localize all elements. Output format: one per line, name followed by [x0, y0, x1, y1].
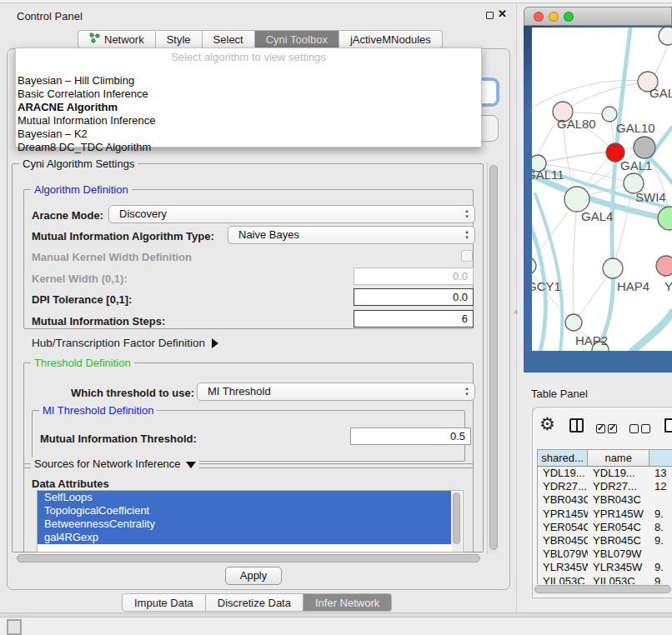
menu-item-bayesian-hill-climbing[interactable]: Bayesian – Hill Climbing: [18, 74, 134, 87]
mi-threshold-definition-legend: MI Threshold Definition: [39, 404, 157, 417]
panel-collapse-handle[interactable]: ˄: [514, 308, 518, 317]
table-row[interactable]: YDR27...YDR27...12: [538, 480, 672, 493]
sources-legend[interactable]: Sources for Network Inference: [31, 458, 199, 470]
aracne-mode-value: Discovery: [119, 208, 167, 220]
table-row[interactable]: YBR043CYBR043C: [538, 493, 672, 507]
zoom-traffic-light-icon[interactable]: [564, 12, 574, 22]
popup-placeholder-text: Select algorithm to view settings: [16, 51, 481, 63]
menu-item-dream8[interactable]: Dream8 DC_TDC Algorithm: [18, 141, 151, 153]
menu-item-mutual-information[interactable]: Mutual Information Inference: [18, 114, 155, 127]
menu-item-aracne[interactable]: ARACNE Algorithm: [18, 101, 118, 113]
node-swi4[interactable]: [658, 207, 672, 230]
cell: 12: [649, 480, 672, 493]
node-label: GCY1: [532, 279, 561, 293]
which-threshold-value: MI Threshold: [208, 385, 271, 398]
manual-kernel-checkbox[interactable]: [461, 250, 473, 262]
network-view-selected-frame: GAL GAL80 GAL10 GAL1 GAL11 GAL4 SWI4 GCY…: [524, 26, 672, 372]
kernel-width-input[interactable]: 0.0: [354, 268, 474, 285]
cell: 9.: [649, 561, 672, 574]
which-threshold-label: Which threshold to use:: [71, 387, 194, 399]
cell: YBR043C: [538, 493, 588, 507]
node[interactable]: [602, 107, 617, 122]
tab-impute-data[interactable]: Impute Data: [122, 593, 206, 612]
expand-right-icon: [212, 338, 218, 348]
network-view-window: GAL GAL80 GAL10 GAL1 GAL11 GAL4 SWI4 GCY…: [524, 7, 672, 372]
node-label: Y: [664, 279, 672, 293]
combo-arrows-icon: ▲▼: [464, 386, 469, 398]
apply-button[interactable]: Apply: [225, 567, 282, 585]
tab-infer-network[interactable]: Infer Network: [303, 593, 392, 612]
mi-threshold-input[interactable]: 0.5: [350, 428, 471, 445]
node-gal4[interactable]: [564, 187, 589, 212]
node-hap2[interactable]: [565, 314, 582, 331]
window-top-edge: [0, 0, 672, 3]
node-gal10[interactable]: [634, 137, 655, 158]
node-label: GAL4: [581, 209, 613, 223]
aracne-mode-combo[interactable]: Discovery ▲▼: [108, 205, 475, 223]
settings-vertical-scrollbar[interactable]: [487, 162, 499, 554]
table-row[interactable]: YDL19...YDL19...13: [538, 467, 672, 480]
table-horizontal-scrollbar[interactable]: [533, 584, 672, 595]
dpi-tolerance-input[interactable]: 0.0: [354, 288, 474, 306]
gear-icon[interactable]: ⚙: [539, 415, 555, 433]
column-header-name[interactable]: name: [588, 450, 649, 466]
combo-arrows-icon: ▲▼: [464, 229, 469, 241]
table-row[interactable]: YER054CYER054C8.: [538, 521, 672, 534]
table-row[interactable]: YPR145WYPR145W9.: [538, 508, 672, 521]
scrollbar-thumb[interactable]: [453, 492, 460, 544]
list-item-gal4rgexp[interactable]: gal4RGexp: [38, 531, 451, 544]
node-label: HAP2: [575, 333, 608, 348]
network-canvas[interactable]: GAL GAL80 GAL10 GAL1 GAL11 GAL4 SWI4 GCY…: [532, 28, 672, 351]
scrollbar-thumb[interactable]: [534, 585, 671, 593]
mi-type-label: Mutual Information Algorithm Type:: [32, 230, 214, 242]
table-row[interactable]: YBR045CYBR045C9.: [538, 534, 672, 548]
settings-horizontal-scrollbar[interactable]: [15, 552, 484, 564]
column-header-clipped[interactable]: [649, 450, 672, 466]
cell: YER054C: [588, 521, 649, 534]
scrollbar-thumb[interactable]: [489, 165, 498, 550]
menu-item-basic-correlation[interactable]: Basic Correlation Inference: [18, 88, 148, 100]
list-item-topologicalcoefficient[interactable]: TopologicalCoefficient: [38, 504, 451, 518]
tab-discretize-data[interactable]: Discretize Data: [206, 593, 303, 612]
table-row[interactable]: YIL053CYIL053C9.: [538, 575, 672, 585]
which-threshold-combo[interactable]: MI Threshold ▲▼: [197, 382, 475, 401]
deselect-all-checkboxes-icon[interactable]: [629, 422, 653, 437]
scrollbar-thumb[interactable]: [17, 554, 480, 562]
select-all-checkboxes-icon[interactable]: [596, 422, 619, 437]
table-panel: ⚙ shared... name YDL19...YDL19...13 YDR2…: [532, 407, 672, 598]
list-item-betweennesscentrality[interactable]: BetweennessCentrality: [38, 518, 451, 531]
mi-type-combo[interactable]: Naive Bayes ▲▼: [228, 226, 475, 244]
cell: YBR045C: [538, 534, 588, 548]
tab-discretize-data-label: Discretize Data: [218, 597, 291, 609]
cell: [649, 493, 672, 507]
node-y[interactable]: [656, 256, 672, 276]
manual-kernel-label: Manual Kernel Width Definition: [32, 251, 192, 263]
cell: YPR145W: [588, 508, 649, 521]
hub-factor-section-toggle[interactable]: Hub/Transcription Factor Definition: [32, 337, 218, 349]
mi-steps-label: Mutual Information Steps:: [32, 315, 165, 328]
table-row[interactable]: YLR345WYLR345W9.: [538, 561, 672, 574]
kernel-width-label: Kernel Width (0,1):: [32, 272, 128, 285]
node-hap4[interactable]: [603, 258, 623, 278]
cell: 9.: [649, 575, 672, 585]
minimize-traffic-light-icon[interactable]: [549, 12, 559, 22]
tab-infer-network-label: Infer Network: [315, 597, 379, 609]
network-navigator-box[interactable]: [7, 619, 22, 635]
cell: YBL079W: [588, 548, 649, 561]
document-icon[interactable]: [664, 418, 672, 436]
node[interactable]: [659, 28, 672, 45]
hub-factor-label: Hub/Transcription Factor Definition: [32, 337, 205, 349]
table-row[interactable]: YBL079WYBL079W: [538, 548, 672, 561]
close-traffic-light-icon[interactable]: [534, 12, 544, 22]
aracne-mode-label: Aracne Mode:: [32, 209, 103, 222]
list-item-selfloops[interactable]: SelfLoops: [38, 491, 451, 504]
split-columns-icon[interactable]: [569, 418, 584, 436]
cell: YBR043C: [588, 493, 649, 507]
mi-steps-input[interactable]: 6: [354, 310, 474, 328]
node-label: GAL: [649, 86, 672, 100]
node-gcy1[interactable]: [532, 258, 536, 274]
threshold-definition-legend: Threshold Definition: [31, 357, 134, 369]
column-header-shared-name[interactable]: shared...: [538, 450, 588, 466]
attributes-list-scrollbar[interactable]: [452, 492, 462, 552]
menu-item-bayesian-k2[interactable]: Bayesian – K2: [18, 128, 88, 140]
